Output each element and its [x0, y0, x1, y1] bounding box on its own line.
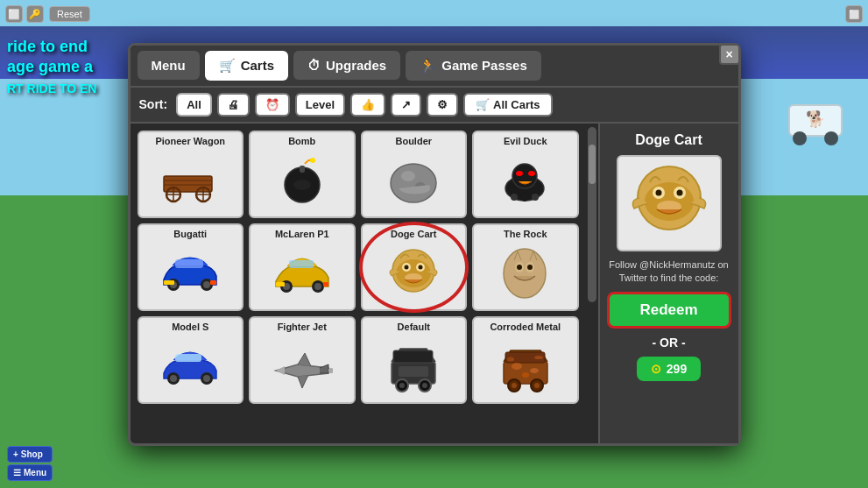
svg-point-69 — [530, 368, 539, 373]
tab-upgrades-label: Upgrades — [326, 58, 386, 73]
price-value: 299 — [667, 362, 687, 376]
svg-point-45 — [405, 265, 409, 269]
clock-icon: ⏰ — [265, 98, 279, 111]
cart-item-evil-duck[interactable]: Evil Duck — [472, 131, 579, 218]
svg-point-21 — [512, 164, 537, 188]
or-divider: - OR - — [652, 336, 685, 350]
gear-icon: ⚙ — [437, 98, 448, 111]
trend-icon: ↗ — [401, 98, 411, 111]
svg-point-64 — [422, 383, 427, 388]
svg-point-72 — [534, 356, 543, 359]
model-s-image — [159, 336, 221, 397]
menu-icon: ☰ — [13, 468, 21, 477]
tab-upgrades[interactable]: ⏱ Upgrades — [293, 51, 400, 80]
boulder-label: Boulder — [395, 136, 432, 146]
cart-item-pioneer-wagon[interactable]: Pioneer Wagon — [138, 131, 244, 218]
scrollbar[interactable] — [586, 124, 598, 443]
sort-level-button[interactable]: Level — [295, 93, 345, 117]
sort-trend-button[interactable]: ↗ — [391, 93, 421, 117]
svg-rect-65 — [399, 366, 428, 377]
evil-duck-image — [495, 150, 556, 211]
follow-text: Follow @NickHermanutz on Twitter to find… — [607, 258, 731, 286]
price-button[interactable]: ⊙ 299 — [637, 357, 701, 381]
selected-cart-title: Doge Cart — [635, 132, 702, 148]
bomb-label: Bomb — [288, 136, 315, 146]
the-rock-image — [495, 243, 556, 304]
svg-rect-39 — [276, 282, 285, 286]
sort-all-button[interactable]: All — [176, 93, 212, 117]
svg-point-48 — [504, 249, 546, 298]
svg-point-18 — [401, 171, 415, 181]
svg-point-17 — [391, 164, 436, 202]
sort-bar: Sort: All 🖨 ⏰ Level 👍 ↗ ⚙ 🛒 — [131, 88, 738, 124]
sort-gear-button[interactable]: ⚙ — [427, 93, 458, 117]
svg-point-81 — [655, 190, 661, 196]
svg-point-46 — [419, 265, 423, 269]
tab-menu-label: Menu — [152, 58, 186, 73]
cart-item-mclaren-p1[interactable]: McLaren P1 — [249, 223, 356, 311]
svg-point-55 — [170, 375, 177, 382]
bottom-left-panel: + Shop ☰ Menu — [7, 446, 53, 481]
tab-bar: Menu 🛒 Carts ⏱ Upgrades 🏃 Game Passes — [131, 46, 738, 88]
bomb-image — [272, 150, 333, 211]
svg-point-14 — [293, 180, 311, 190]
default-image — [383, 336, 444, 397]
sort-print-button[interactable]: 🖨 — [217, 93, 250, 117]
pioneer-wagon-image — [159, 150, 221, 211]
cart-item-doge-cart[interactable]: Doge Cart — [361, 223, 468, 311]
svg-point-70 — [522, 372, 529, 378]
sort-clock-button[interactable]: ⏰ — [255, 93, 290, 117]
cart-item-fighter-jet[interactable]: Fighter Jet — [249, 316, 356, 404]
svg-point-57 — [203, 375, 210, 382]
svg-point-22 — [516, 171, 523, 176]
modal-overlay: × Menu 🛒 Carts ⏱ Upgrades 🏃 Game Passes … — [0, 0, 868, 488]
svg-rect-60 — [393, 350, 433, 363]
tab-carts[interactable]: 🛒 Carts — [205, 51, 288, 81]
the-rock-label: The Rock — [504, 229, 547, 239]
boulder-image — [383, 150, 444, 211]
svg-point-52 — [527, 265, 533, 270]
sort-thumb-button[interactable]: 👍 — [350, 93, 385, 117]
corroded-metal-label: Corroded Metal — [490, 322, 561, 332]
shop-plus-icon: + — [13, 449, 18, 459]
gamepasses-icon: 🏃 — [420, 58, 436, 74]
cart-item-bomb[interactable]: Bomb — [249, 131, 356, 218]
sort-label: Sort: — [139, 97, 168, 111]
mclaren-p1-label: McLaren P1 — [275, 229, 329, 239]
cart-item-model-s[interactable]: Model S — [138, 316, 244, 404]
bugatti-label: Bugatti — [173, 229, 207, 239]
svg-rect-40 — [323, 282, 328, 286]
cart-item-the-rock[interactable]: The Rock — [472, 223, 579, 311]
modal-close-button[interactable]: × — [719, 44, 740, 65]
carts-icon: 🛒 — [219, 58, 236, 74]
svg-point-31 — [203, 281, 210, 288]
scroll-track — [588, 127, 596, 302]
menu-button[interactable]: ☰ Menu — [7, 464, 53, 481]
svg-point-51 — [517, 265, 522, 270]
svg-point-38 — [314, 283, 321, 290]
mclaren-p1-image — [272, 243, 333, 304]
svg-rect-53 — [175, 354, 201, 362]
svg-rect-27 — [175, 259, 203, 268]
print-icon: 🖨 — [228, 98, 239, 111]
cart-item-corroded-metal[interactable]: Corroded Metal — [472, 316, 579, 404]
svg-point-62 — [399, 383, 405, 388]
tab-gamepasses[interactable]: 🏃 Game Passes — [406, 51, 541, 81]
shop-button[interactable]: + Shop — [7, 446, 53, 463]
all-carts-button[interactable]: 🛒 All Carts — [463, 93, 552, 117]
svg-rect-33 — [210, 280, 216, 285]
cart-grid: Pioneer Wagon — [138, 131, 579, 404]
svg-rect-34 — [289, 260, 314, 268]
svg-point-24 — [520, 193, 529, 202]
bugatti-image — [159, 243, 221, 304]
svg-point-74 — [512, 383, 517, 388]
redeem-button[interactable]: Redeem — [607, 292, 731, 329]
upgrades-icon: ⏱ — [307, 58, 321, 73]
cart-item-bugatti[interactable]: Bugatti — [138, 223, 244, 311]
cart-item-default[interactable]: Default — [361, 316, 468, 404]
scroll-thumb — [589, 145, 596, 184]
doge-cart-preview — [617, 155, 722, 251]
tab-menu[interactable]: Menu — [138, 51, 200, 80]
cart-item-boulder[interactable]: Boulder — [361, 131, 468, 218]
pioneer-wagon-label: Pioneer Wagon — [155, 136, 225, 146]
